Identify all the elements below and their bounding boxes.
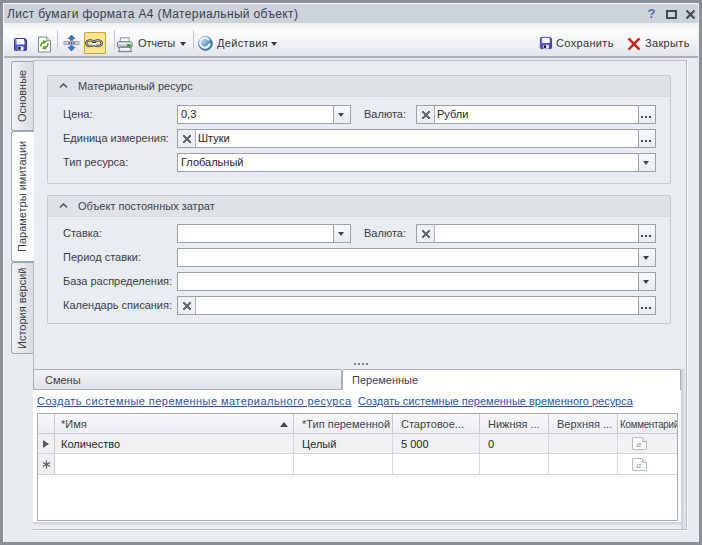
svg-text:a: a	[637, 460, 642, 470]
svg-text:a: a	[637, 439, 642, 449]
